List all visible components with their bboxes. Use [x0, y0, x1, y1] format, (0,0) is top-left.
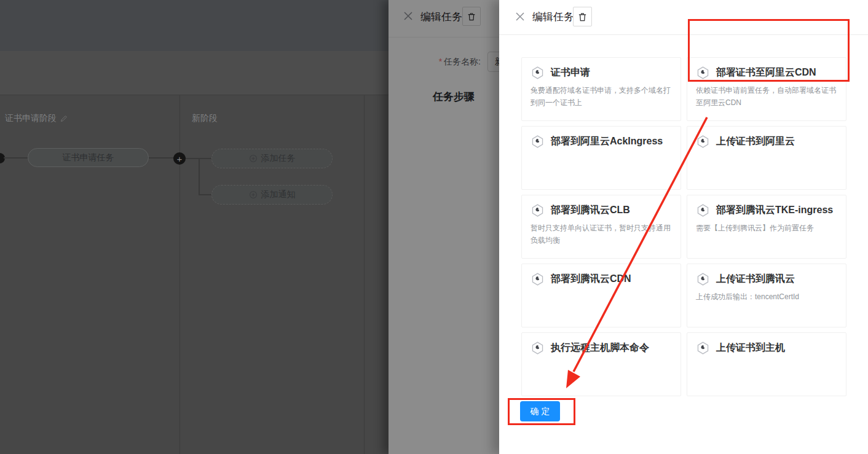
task-type-card[interactable]: 部署到阿里云AckIngress — [521, 126, 681, 190]
drawer-header: 编辑任务 — [499, 0, 868, 37]
add-notification-label: 添加通知 — [261, 189, 296, 200]
add-notification-button[interactable]: 添加通知 — [211, 185, 333, 205]
delete-task-button[interactable] — [573, 7, 592, 26]
card-header: 执行远程主机脚本命令 — [522, 333, 681, 355]
flow-connector — [149, 157, 175, 159]
task-type-card[interactable]: 上传证书到主机 — [687, 332, 846, 396]
add-stage-button[interactable]: + — [173, 152, 186, 165]
plugin-icon — [531, 272, 545, 286]
plugin-icon — [696, 66, 710, 80]
card-header: 证书申请 — [522, 58, 681, 80]
plugin-icon — [531, 341, 545, 355]
card-title: 部署到腾讯云CLB — [551, 204, 630, 217]
select-task-type-drawer: 编辑任务 证书申请 免费通配符域名证书申请，支持多个域名打到同一个证书上 部署证… — [499, 0, 868, 454]
close-icon[interactable] — [515, 12, 525, 22]
card-title: 部署到腾讯云CDN — [551, 273, 631, 286]
card-description: 需要【上传到腾讯云】作为前置任务 — [687, 217, 846, 234]
task-type-card[interactable]: 部署到腾讯云CDN — [521, 264, 681, 327]
card-header: 部署到阿里云AckIngress — [522, 127, 681, 149]
task-type-card[interactable]: 部署到腾讯云TKE-ingress 需要【上传到腾讯云】作为前置任务 — [687, 195, 846, 259]
task-type-card[interactable]: 执行远程主机脚本命令 — [521, 332, 681, 396]
plugin-icon — [696, 341, 710, 355]
card-title: 上传证书到腾讯云 — [716, 273, 795, 286]
card-description: 上传成功后输出：tencentCertId — [687, 286, 846, 303]
plugin-icon — [696, 272, 710, 286]
task-type-card[interactable]: 证书申请 免费通配符域名证书申请，支持多个域名打到同一个证书上 — [521, 57, 681, 121]
stage-title-new-stage: 新阶段 — [192, 113, 218, 124]
task-type-card[interactable]: 部署到腾讯云CLB 暂时只支持单向认证证书，暂时只支持通用负载均衡 — [521, 195, 681, 259]
circle-plus-icon — [249, 190, 258, 199]
card-description — [522, 286, 681, 291]
task-node-button[interactable]: 证书申请任务 — [28, 148, 149, 167]
card-title: 部署到腾讯云TKE-ingress — [716, 204, 833, 217]
divider — [499, 34, 868, 35]
trash-icon — [577, 12, 588, 22]
plugin-icon — [696, 135, 710, 149]
card-header: 上传证书到阿里云 — [687, 127, 846, 149]
card-title: 上传证书到阿里云 — [716, 135, 795, 148]
card-description — [687, 149, 846, 153]
card-header: 部署到腾讯云CLB — [522, 195, 681, 217]
card-description — [522, 355, 681, 359]
circle-plus-icon — [249, 154, 258, 163]
edit-icon[interactable] — [60, 115, 68, 122]
card-title: 部署到阿里云AckIngress — [551, 135, 663, 148]
plugin-icon — [531, 66, 545, 80]
task-type-card[interactable]: 部署证书至阿里云CDN 依赖证书申请前置任务，自动部署域名证书至阿里云CDN — [687, 57, 846, 121]
plugin-icon — [531, 135, 545, 149]
card-description — [687, 355, 846, 359]
card-header: 部署到腾讯云TKE-ingress — [687, 195, 846, 217]
card-title: 执行远程主机脚本命令 — [551, 342, 649, 354]
app-header — [0, 0, 389, 51]
card-title: 部署证书至阿里云CDN — [716, 66, 816, 79]
stage-divider — [364, 95, 365, 454]
stage-title-label: 证书申请阶段 — [5, 113, 57, 124]
card-description: 暂时只支持单向认证证书，暂时只支持通用负载均衡 — [522, 217, 681, 246]
card-title: 证书申请 — [551, 66, 590, 79]
card-header: 部署到腾讯云CDN — [522, 264, 681, 286]
task-type-card[interactable]: 上传证书到阿里云 — [687, 126, 846, 190]
task-type-card[interactable]: 上传证书到腾讯云 上传成功后输出：tencentCertId — [687, 264, 846, 327]
workflow-page-background: 证书申请阶段 新阶段 证书申请任务 + 添加任务 添加通知 — [0, 0, 389, 454]
plugin-icon — [531, 203, 545, 217]
add-task-label: 添加任务 — [261, 153, 296, 164]
stage-title-label: 新阶段 — [192, 113, 218, 124]
card-description: 依赖证书申请前置任务，自动部署域名证书至阿里云CDN — [687, 80, 846, 109]
card-description — [522, 149, 681, 153]
card-description: 免费通配符域名证书申请，支持多个域名打到同一个证书上 — [522, 80, 681, 109]
stage-title-cert-request: 证书申请阶段 — [5, 113, 68, 124]
confirm-button[interactable]: 确 定 — [520, 401, 560, 421]
card-header: 部署证书至阿里云CDN — [687, 58, 846, 80]
stage-divider — [180, 95, 180, 454]
card-header: 上传证书到主机 — [687, 333, 846, 355]
plugin-icon — [696, 203, 710, 217]
card-title: 上传证书到主机 — [716, 342, 785, 354]
add-task-button[interactable]: 添加任务 — [211, 149, 333, 168]
page-toolbar — [0, 51, 389, 95]
card-header: 上传证书到腾讯云 — [687, 264, 846, 286]
flow-connector — [199, 158, 200, 195]
drawer-title: 编辑任务 — [532, 10, 574, 24]
flow-connector — [4, 157, 28, 159]
flow-connector — [199, 194, 211, 195]
